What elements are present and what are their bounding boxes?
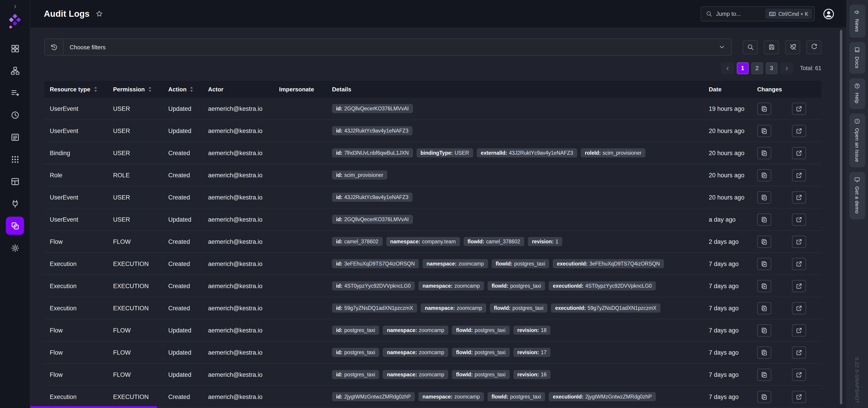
sidebar-item-apps[interactable] — [6, 150, 24, 168]
sidebar-item-logs[interactable] — [6, 128, 24, 146]
row-open-button[interactable] — [792, 125, 806, 137]
row-changes-button[interactable] — [757, 213, 771, 225]
filter-bar[interactable]: Choose filters — [44, 38, 732, 56]
row-changes-button[interactable] — [757, 302, 771, 314]
detail-value: scim_provisioner — [602, 150, 642, 156]
cell-changes — [752, 169, 822, 181]
dock-label: Get a demo — [855, 187, 860, 214]
user-avatar[interactable] — [823, 8, 835, 20]
row-open-button[interactable] — [792, 258, 806, 270]
table-row: ExecutionEXECUTIONCreatedaemerich@kestra… — [44, 386, 822, 408]
cell-date: 19 hours ago — [703, 105, 752, 112]
prev-page-button[interactable] — [721, 62, 734, 74]
page-button-3[interactable]: 3 — [766, 62, 777, 74]
row-open-button[interactable] — [792, 302, 806, 314]
cell-date: 7 days ago — [703, 393, 752, 400]
search-icon — [747, 43, 754, 51]
row-open-button[interactable] — [792, 169, 806, 181]
sidebar-item-settings[interactable] — [6, 239, 24, 257]
detail-chip: namespace:zoomcamp — [383, 348, 448, 357]
row-open-button[interactable] — [792, 390, 806, 403]
detail-value: postgres_taxi — [510, 394, 541, 399]
row-open-button[interactable] — [792, 369, 806, 381]
row-changes-button[interactable] — [757, 236, 771, 248]
dock-tab-get-a-demo[interactable]: Get a demo — [849, 172, 865, 219]
dock-tab-news[interactable]: News — [849, 4, 865, 37]
detail-key: namespace: — [423, 394, 453, 399]
column-header-resource-type[interactable]: Resource type — [44, 86, 107, 93]
detail-chip: id:7lhd3NUvLnbf6qwBuL1JXN — [332, 148, 413, 157]
cell-details: id:scim_provisioner — [327, 170, 703, 180]
row-open-button[interactable] — [792, 236, 806, 248]
sidebar-item-namespaces[interactable] — [6, 62, 24, 80]
table-header: Resource typePermissionActionActorImpers… — [44, 81, 822, 98]
detail-key: id: — [336, 239, 342, 244]
open-in-new-icon — [796, 282, 802, 289]
row-changes-button[interactable] — [757, 390, 771, 403]
open-in-new-icon — [796, 371, 802, 378]
demo-icon — [854, 177, 860, 183]
detail-chip: revision:17 — [513, 348, 551, 357]
next-page-button[interactable] — [780, 62, 793, 74]
row-open-button[interactable] — [792, 191, 806, 203]
detail-chip: id:59g7yZNsDQ1adXN1pzczmX — [332, 304, 417, 313]
row-changes-button[interactable] — [757, 369, 771, 381]
kestra-logo[interactable] — [8, 14, 22, 30]
cell-actor: aemerich@kestra.io — [203, 194, 274, 200]
column-header-action[interactable]: Action — [163, 86, 203, 93]
page-button-2[interactable]: 2 — [751, 62, 763, 74]
sidebar-expand-button[interactable] — [0, 4, 30, 9]
search-button[interactable] — [743, 40, 757, 54]
row-open-button[interactable] — [792, 213, 806, 225]
dock-tab-open-an-issue[interactable]: Open an Issue — [849, 114, 865, 167]
table-row: UserEventUSERUpdatedaemerich@kestra.ioid… — [44, 120, 822, 142]
cell-details: id:2jygtWMzGntwzZMRdg0zhPnamespace:zoomc… — [327, 392, 703, 401]
row-changes-button[interactable] — [757, 280, 771, 292]
row-changes-button[interactable] — [757, 324, 771, 336]
sidebar-item-administration[interactable] — [6, 217, 24, 235]
dock-tab-docs[interactable]: Docs — [849, 42, 865, 74]
row-changes-button[interactable] — [757, 258, 771, 270]
open-in-new-icon — [796, 349, 802, 356]
diff-icon — [761, 327, 768, 334]
save-filter-button[interactable] — [764, 40, 779, 54]
cell-details: id:59g7yZNsDQ1adXN1pzczmXnamespace:zoomc… — [327, 304, 703, 313]
column-header-permission[interactable]: Permission — [107, 86, 163, 93]
page-button-1[interactable]: 1 — [737, 62, 748, 74]
refresh-button[interactable] — [806, 40, 822, 54]
sidebar-item-plugins[interactable] — [6, 194, 24, 213]
row-changes-button[interactable] — [757, 346, 771, 358]
scrollbar-thumb[interactable] — [840, 30, 842, 404]
row-open-button[interactable] — [792, 280, 806, 292]
hide-labels-button[interactable] — [785, 40, 800, 54]
cell-permission: USER — [107, 216, 163, 223]
jump-to-search[interactable]: Jump to... Ctrl/Cmd + K — [701, 6, 815, 21]
sidebar-item-dashboard[interactable] — [6, 39, 24, 58]
detail-key: revision: — [532, 239, 554, 244]
version-label: 0.22.0-SNAPSHOT — [855, 357, 860, 404]
row-changes-button[interactable] — [757, 102, 771, 115]
sidebar-item-blueprints[interactable] — [6, 172, 24, 190]
row-changes-button[interactable] — [757, 147, 771, 159]
sidebar-item-executions[interactable] — [6, 106, 24, 124]
detail-key: id: — [336, 283, 342, 289]
cell-permission: EXECUTION — [107, 305, 163, 311]
row-changes-button[interactable] — [757, 191, 771, 203]
row-open-button[interactable] — [792, 147, 806, 159]
dock-tab-help[interactable]: Help — [849, 78, 865, 109]
detail-key: id: — [336, 172, 342, 178]
detail-chip: flowId:postgres_taxi — [452, 326, 509, 335]
row-open-button[interactable] — [792, 102, 806, 115]
row-open-button[interactable] — [792, 324, 806, 336]
row-changes-button[interactable] — [757, 125, 771, 137]
filter-history-button[interactable] — [45, 39, 63, 55]
open-in-new-icon — [796, 194, 802, 200]
sidebar-item-flows[interactable] — [6, 84, 24, 102]
cell-action: Updated — [163, 216, 203, 223]
page-title: Audit Logs — [44, 9, 90, 19]
favorite-star-icon[interactable] — [95, 10, 103, 18]
scrollbar[interactable] — [840, 30, 842, 404]
detail-chip: revision:18 — [513, 326, 551, 335]
row-changes-button[interactable] — [757, 169, 771, 181]
row-open-button[interactable] — [792, 346, 806, 358]
